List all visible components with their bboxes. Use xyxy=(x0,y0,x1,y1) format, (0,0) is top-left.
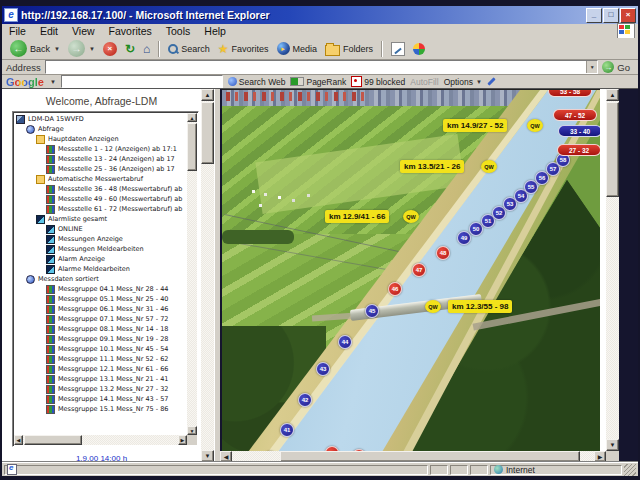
favorites-button[interactable]: ★ Favorites xyxy=(214,39,273,59)
tree-item[interactable]: Messgruppe 07.1 Mess_Nr 57 - 72 xyxy=(15,314,187,324)
menu-view[interactable]: View xyxy=(65,25,102,37)
edit-button[interactable] xyxy=(387,39,409,59)
range-pill[interactable]: 53 - 58 xyxy=(548,89,592,97)
tree-item[interactable]: Messgruppe 13.2 Mess_Nr 27 - 32 xyxy=(15,384,187,394)
tree-item[interactable]: Messgruppe 12.1 Mess_Nr 61 - 66 xyxy=(15,364,187,374)
back-dropdown-icon[interactable]: ▼ xyxy=(54,46,60,52)
go-button[interactable]: → Go xyxy=(602,61,634,73)
scroll-left-button[interactable]: ◀ xyxy=(14,435,23,445)
resize-grip[interactable] xyxy=(624,464,636,476)
scroll-thumb[interactable] xyxy=(606,102,619,197)
tree-item[interactable]: Messdaten sortiert xyxy=(15,274,187,284)
measuring-point-marker[interactable]: 43 xyxy=(316,362,330,376)
tree-item[interactable]: Messgruppe 09.1 Mess_Nr 19 - 28 xyxy=(15,334,187,344)
scroll-up-button[interactable]: ▲ xyxy=(606,89,619,101)
back-button[interactable]: ← Back ▼ xyxy=(6,39,64,59)
scroll-right-button[interactable]: ▶ xyxy=(178,435,187,445)
menu-favorites[interactable]: Favorites xyxy=(102,25,159,37)
tree-item[interactable]: Alarmliste gesamt xyxy=(15,214,187,224)
tree-item[interactable]: Alarme Meldearbeiten xyxy=(15,264,187,274)
measuring-point-marker[interactable]: 48 xyxy=(436,246,450,260)
home-button[interactable]: ⌂ xyxy=(139,39,154,59)
maximize-button[interactable]: □ xyxy=(603,8,619,23)
qw-badge[interactable]: QW xyxy=(481,160,497,173)
folders-button[interactable]: Folders xyxy=(321,39,377,59)
range-pill[interactable]: 27 - 32 xyxy=(557,144,600,156)
km-label[interactable]: km 12.3/55 - 98 xyxy=(448,300,512,313)
address-dropdown-icon[interactable]: ▼ xyxy=(586,61,597,73)
pagerank-indicator[interactable]: PageRank xyxy=(290,77,346,87)
measuring-point-marker[interactable]: 45 xyxy=(365,304,379,318)
km-label[interactable]: km 12.9/41 - 66 xyxy=(325,210,389,223)
measuring-point-marker[interactable]: 41 xyxy=(280,423,294,437)
tree-item[interactable]: Messgruppe 08.1 Mess_Nr 14 - 18 xyxy=(15,324,187,334)
tree-item[interactable]: ONLINE xyxy=(15,224,187,234)
range-pill[interactable]: 33 - 40 xyxy=(558,125,600,137)
stop-button[interactable]: × xyxy=(99,39,121,59)
tree-item[interactable]: Abfrage xyxy=(15,124,187,134)
km-label[interactable]: km 14.9/27 - 52 xyxy=(443,119,507,132)
tree-item[interactable]: Messstelle 25 - 36 (Anzeigen) ab 17 xyxy=(15,164,187,174)
qw-badge[interactable]: QW xyxy=(425,300,441,313)
tree-item[interactable]: Messgruppe 14.1 Mess_Nr 43 - 57 xyxy=(15,394,187,404)
media-button[interactable]: ▸ Media xyxy=(273,39,322,59)
tree-vertical-scrollbar[interactable]: ▲ ▼ xyxy=(187,113,197,435)
right-frame-scrollbar[interactable]: ▲ ▼ xyxy=(606,89,619,451)
range-pill[interactable]: 47 - 52 xyxy=(553,109,597,121)
qw-badge[interactable]: QW xyxy=(403,210,419,223)
measuring-point-marker[interactable]: 47 xyxy=(412,263,426,277)
measuring-point-marker[interactable]: 44 xyxy=(338,335,352,349)
measuring-point-marker[interactable]: 49 xyxy=(457,231,471,245)
options-button[interactable]: Options ▼ xyxy=(444,77,482,87)
tree-horizontal-scrollbar[interactable]: ◀ ▶ xyxy=(14,435,187,445)
scroll-thumb[interactable] xyxy=(201,102,214,164)
scroll-down-button[interactable]: ▼ xyxy=(606,439,619,451)
autofill-button[interactable]: AutoFill xyxy=(410,77,438,87)
tree-item[interactable]: Messstelle 13 - 24 (Anzeigen) ab 17 xyxy=(15,154,187,164)
km-label[interactable]: km 13.5/21 - 26 xyxy=(400,160,464,173)
tree-item[interactable]: Messungen Meldearbeiten xyxy=(15,244,187,254)
tree-item[interactable]: Messungen Anzeige xyxy=(15,234,187,244)
tree-item[interactable]: Messgruppe 13.1 Mess_Nr 21 - 41 xyxy=(15,374,187,384)
scroll-up-button[interactable]: ▲ xyxy=(187,113,197,122)
tree-item[interactable]: Messstelle 36 - 48 (Messwertabruf) ab xyxy=(15,184,187,194)
left-frame-scrollbar[interactable]: ▲ ▼ xyxy=(201,89,214,462)
tree-item[interactable]: Messgruppe 11.1 Mess_Nr 52 - 62 xyxy=(15,354,187,364)
google-search-input[interactable] xyxy=(61,75,223,88)
search-web-button[interactable]: Search Web xyxy=(228,77,286,87)
tree-item[interactable]: Messstelle 49 - 60 (Messwertabruf) ab xyxy=(15,194,187,204)
tree-item[interactable]: Messgruppe 05.1 Mess_Nr 25 - 40 xyxy=(15,294,187,304)
popup-blocked-button[interactable]: 99 blocked xyxy=(351,76,405,87)
search-button[interactable]: Search xyxy=(164,39,214,59)
tree-item[interactable]: Messstelle 61 - 72 (Messwertabruf) ab xyxy=(15,204,187,214)
highlighter-pen-icon[interactable] xyxy=(487,77,495,85)
address-input[interactable]: ▼ xyxy=(45,60,598,74)
tree-item[interactable]: Messgruppe 15.1 Mess_Nr 75 - 86 xyxy=(15,404,187,414)
tree-item[interactable]: Automatische Messwertabruf xyxy=(15,174,187,184)
scroll-thumb[interactable] xyxy=(187,123,197,171)
forward-dropdown-icon[interactable]: ▼ xyxy=(89,46,95,52)
menu-file[interactable]: File xyxy=(2,25,33,37)
measuring-point-marker[interactable]: 42 xyxy=(298,393,312,407)
menu-edit[interactable]: Edit xyxy=(33,25,65,37)
menu-tools[interactable]: Tools xyxy=(159,25,198,37)
menu-help[interactable]: Help xyxy=(197,25,233,37)
refresh-button[interactable]: ↻ xyxy=(121,39,139,59)
scroll-thumb[interactable] xyxy=(24,435,82,445)
scroll-down-button[interactable]: ▼ xyxy=(187,426,197,435)
qw-badge[interactable]: QW xyxy=(527,119,543,132)
measuring-point-marker[interactable]: 46 xyxy=(388,282,402,296)
tree-item[interactable]: Messgruppe 10.1 Mess_Nr 45 - 54 xyxy=(15,344,187,354)
messenger-button[interactable] xyxy=(409,39,429,59)
minimize-button[interactable]: _ xyxy=(586,8,602,23)
title-bar[interactable]: e http://192.168.17.100/ - Microsoft Int… xyxy=(2,6,638,24)
tree-item[interactable]: Alarm Anzeige xyxy=(15,254,187,264)
google-dropdown-icon[interactable]: ▼ xyxy=(50,79,56,85)
scroll-up-button[interactable]: ▲ xyxy=(201,89,214,101)
forward-button[interactable]: → ▼ xyxy=(64,39,99,59)
tree-item[interactable]: LDM-DA 15WVFD xyxy=(15,114,187,124)
tree-item[interactable]: Hauptdaten Anzeigen xyxy=(15,134,187,144)
close-button[interactable]: × xyxy=(620,8,636,23)
google-logo[interactable]: Google xyxy=(6,76,44,88)
tree-item[interactable]: Messstelle 1 - 12 (Anzeigen) ab 17:1 xyxy=(15,144,187,154)
